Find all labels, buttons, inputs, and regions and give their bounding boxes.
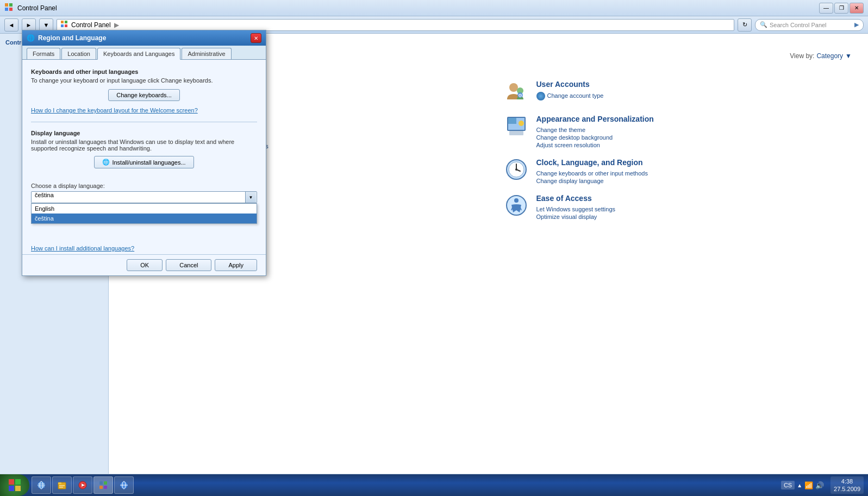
view-by-value[interactable]: Category bbox=[816, 52, 843, 60]
taskbar-item-network[interactable] bbox=[114, 476, 134, 494]
language-dropdown-list: English čeština bbox=[31, 203, 257, 224]
dropdown-current-value: čeština bbox=[35, 192, 54, 198]
section-divider bbox=[31, 122, 257, 122]
install-additional-link[interactable]: How can I install additional languages? bbox=[31, 245, 134, 252]
start-button[interactable] bbox=[0, 474, 29, 496]
clock-time: 4:38 bbox=[834, 478, 860, 485]
address-text: Control Panel bbox=[71, 21, 111, 29]
region-language-dialog: 🌐 Region and Language ✕ Formats Location… bbox=[22, 30, 266, 276]
restore-button[interactable]: ❐ bbox=[834, 3, 848, 14]
svg-point-42 bbox=[515, 168, 517, 171]
svg-point-29 bbox=[509, 83, 518, 92]
change-account-type-link[interactable]: Change account type bbox=[536, 92, 604, 101]
tray-network-icon: 📶 bbox=[804, 481, 813, 489]
tab-administrative[interactable]: Administrative bbox=[182, 48, 231, 59]
appearance-content: Appearance and Personalization Change th… bbox=[536, 115, 654, 149]
svg-rect-48 bbox=[15, 479, 21, 485]
tray-volume-icon[interactable]: 🔊 bbox=[815, 481, 824, 489]
taskbar-items bbox=[32, 476, 777, 494]
svg-rect-1 bbox=[9, 3, 13, 7]
svg-rect-4 bbox=[61, 21, 64, 23]
appearance-title[interactable]: Appearance and Personalization bbox=[536, 115, 654, 123]
search-field[interactable]: 🔍 Search Control Panel ▶ bbox=[755, 19, 864, 31]
media-icon bbox=[77, 480, 88, 491]
user-accounts-icon: ⚙ bbox=[505, 80, 531, 106]
svg-rect-7 bbox=[65, 24, 67, 27]
suggest-settings-link[interactable]: Let Windows suggest settings bbox=[536, 206, 616, 212]
language-dropdown[interactable]: čeština bbox=[31, 191, 257, 203]
dialog-body: Keyboards and other input languages To c… bbox=[22, 60, 266, 212]
ease-title[interactable]: Ease of Access bbox=[536, 194, 616, 203]
svg-rect-0 bbox=[5, 3, 8, 7]
change-account-icon bbox=[536, 92, 545, 101]
dialog-close-button[interactable]: ✕ bbox=[251, 33, 261, 43]
recent-button[interactable]: ▼ bbox=[39, 18, 53, 32]
appearance-icon bbox=[505, 115, 531, 141]
svg-rect-6 bbox=[61, 24, 64, 27]
optimize-visual-link[interactable]: Optimize visual display bbox=[536, 214, 616, 220]
control-panel-taskbar-icon bbox=[98, 480, 109, 491]
change-keyboards-button[interactable]: Change keyboards... bbox=[108, 89, 180, 101]
language-dropdown-container[interactable]: čeština ▼ English čeština bbox=[31, 191, 257, 203]
keyboard-layout-link[interactable]: How do I change the keyboard layout for … bbox=[31, 107, 198, 114]
forward-button[interactable]: ► bbox=[22, 18, 36, 32]
tray-arrow[interactable]: ▲ bbox=[797, 482, 802, 488]
network-taskbar-icon bbox=[118, 480, 129, 491]
taskbar-item-ie[interactable] bbox=[32, 476, 51, 494]
view-by-chevron: ▼ bbox=[845, 52, 852, 60]
change-desktop-link[interactable]: Change desktop background bbox=[536, 134, 654, 141]
apply-button[interactable]: Apply bbox=[215, 259, 257, 271]
search-go-icon: ▶ bbox=[854, 21, 859, 28]
svg-rect-49 bbox=[9, 486, 14, 491]
svg-rect-35 bbox=[508, 118, 516, 124]
window-title: Control Panel bbox=[17, 4, 57, 12]
clock-section: Clock, Language, and Region Change keybo… bbox=[499, 154, 852, 190]
right-categories: ⚙ User Accounts Change account type bbox=[489, 76, 852, 227]
window-controls: — ❐ ✕ bbox=[819, 3, 864, 14]
taskbar: CS ▲ 📶 🔊 4:38 27.5.2009 bbox=[0, 474, 868, 496]
dialog-title: Region and Language bbox=[38, 34, 247, 42]
svg-rect-66 bbox=[104, 486, 107, 489]
back-button[interactable]: ◄ bbox=[4, 18, 18, 32]
address-field[interactable]: Control Panel ▶ bbox=[57, 19, 734, 31]
appearance-section: Appearance and Personalization Change th… bbox=[499, 110, 852, 154]
taskbar-clock[interactable]: 4:38 27.5.2009 bbox=[830, 476, 864, 494]
clock-content: Clock, Language, and Region Change keybo… bbox=[536, 158, 648, 185]
svg-rect-2 bbox=[5, 8, 8, 11]
tab-formats[interactable]: Formats bbox=[27, 48, 60, 59]
taskbar-item-control-panel[interactable] bbox=[93, 476, 113, 494]
change-display-lang-link[interactable]: Change display language bbox=[536, 178, 648, 184]
tab-keyboards-languages[interactable]: Keyboards and Languages bbox=[97, 48, 181, 60]
window-icon bbox=[4, 3, 13, 13]
option-english[interactable]: English bbox=[32, 204, 257, 214]
dialog-tabs: Formats Location Keyboards and Languages… bbox=[22, 46, 266, 60]
address-separator: ▶ bbox=[114, 21, 119, 29]
change-keyboards-link[interactable]: Change keyboards or other input methods bbox=[536, 170, 648, 177]
tray-lang[interactable]: CS bbox=[781, 481, 795, 489]
svg-point-44 bbox=[514, 198, 519, 203]
keyboards-section-desc: To change your keyboard or input languag… bbox=[31, 77, 257, 84]
tab-location[interactable]: Location bbox=[61, 48, 96, 59]
refresh-button[interactable]: ↻ bbox=[738, 18, 752, 32]
install-languages-button[interactable]: 🌐 Install/uninstall languages... bbox=[94, 156, 193, 168]
user-accounts-title[interactable]: User Accounts bbox=[536, 80, 604, 89]
taskbar-item-explorer[interactable] bbox=[52, 476, 72, 494]
view-by: View by: Category ▼ bbox=[790, 52, 852, 60]
change-theme-link[interactable]: Change the theme bbox=[536, 127, 654, 133]
keyboards-section-header: Keyboards and other input languages bbox=[31, 68, 257, 75]
adjust-resolution-link[interactable]: Adjust screen resolution bbox=[536, 142, 654, 148]
ok-button[interactable]: OK bbox=[127, 259, 163, 271]
minimize-button[interactable]: — bbox=[819, 3, 833, 14]
svg-rect-58 bbox=[59, 485, 65, 486]
svg-rect-36 bbox=[509, 131, 523, 135]
svg-rect-57 bbox=[58, 482, 61, 484]
option-cestina[interactable]: čeština bbox=[32, 214, 257, 223]
taskbar-item-media[interactable] bbox=[73, 476, 92, 494]
svg-rect-63 bbox=[99, 481, 103, 485]
display-lang-desc: Install or uninstall languages that Wind… bbox=[31, 139, 257, 152]
clock-title[interactable]: Clock, Language, and Region bbox=[536, 158, 648, 167]
system-tray: CS ▲ 📶 🔊 4:38 27.5.2009 bbox=[777, 476, 868, 494]
dialog-titlebar: 🌐 Region and Language ✕ bbox=[22, 30, 266, 46]
close-window-button[interactable]: ✕ bbox=[850, 3, 864, 14]
cancel-button[interactable]: Cancel bbox=[166, 259, 211, 271]
